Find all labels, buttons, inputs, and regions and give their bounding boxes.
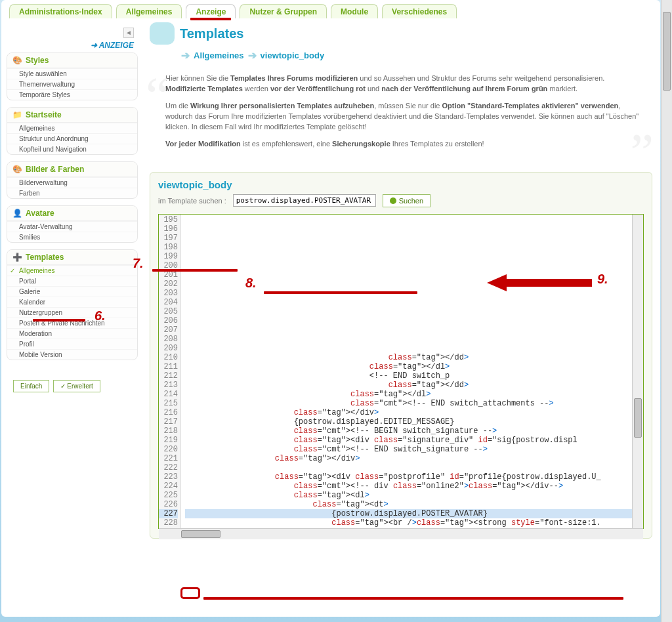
search-button[interactable]: Suchen <box>383 194 430 207</box>
tab-nutzer-gruppen[interactable]: Nutzer & Gruppen <box>240 4 327 18</box>
line-gutter: 1951961971981992002012022032042052062072… <box>159 215 181 528</box>
sidebar-item[interactable]: Smilies <box>7 232 137 242</box>
top-tabs: Administrations-IndexAllgemeinesAnzeigeN… <box>7 4 655 21</box>
editor-vscrollbar[interactable] <box>632 215 643 528</box>
sidebar-item[interactable]: Profil <box>7 339 137 349</box>
template-search-input[interactable] <box>233 194 376 207</box>
page-vscrollbar[interactable] <box>661 0 672 622</box>
intro-text: “ Hier können Sie die Templates Ihres Fo… <box>150 68 652 163</box>
sidebar-item[interactable]: Farben <box>7 188 137 198</box>
panel-head: 🎨Bilder & Farben <box>7 162 137 177</box>
tab-administrations-index[interactable]: Administrations-Index <box>9 4 112 18</box>
template-editor: viewtopic_body im Template suchen : Such… <box>150 172 652 539</box>
breadcrumb-item[interactable]: viewtopic_body <box>261 51 325 60</box>
title-bubble <box>150 22 175 45</box>
anzeige-link-label: ANZEIGE <box>99 41 134 50</box>
panel-icon: ➕ <box>12 253 22 262</box>
tab-allgemeines[interactable]: Allgemeines <box>116 4 182 18</box>
panel-icon: 👤 <box>12 209 22 218</box>
sidebar: ◄ ➜ ANZEIGE 🎨StylesStyle auswählenThemen… <box>7 21 138 539</box>
quote-close-icon: ” <box>630 136 654 168</box>
mode-advanced-button[interactable]: ✓Erweitert <box>53 380 100 392</box>
sidebar-item[interactable]: Allgemeines <box>7 265 137 276</box>
sidebar-item[interactable]: Bilderverwaltung <box>7 177 137 188</box>
sidebar-item[interactable]: Themenverwaltung <box>7 79 137 89</box>
code-body[interactable]: class="tag"></dd> class="tag"></dl> <!--… <box>181 215 632 528</box>
sidebar-item[interactable]: Avatar-Verwaltung <box>7 221 137 232</box>
mode-advanced-label: Erweitert <box>67 383 93 390</box>
panel-icon: 📁 <box>12 110 22 119</box>
main-panel: Administrations-IndexAllgemeinesAnzeigeN… <box>1 0 660 617</box>
sidebar-item[interactable]: Style auswählen <box>7 68 137 79</box>
panel-head: 📁Startseite <box>7 108 137 123</box>
nav-back[interactable]: ◄ <box>7 28 138 38</box>
search-button-label: Suchen <box>399 197 423 205</box>
panel-head: 👤Avatare <box>7 206 137 221</box>
content: Templates ➔ Allgemeines ➔ viewtopic_body… <box>146 21 655 539</box>
panel-icon: 🎨 <box>12 165 22 174</box>
mode-buttons: Einfach ✓Erweitert <box>7 380 138 392</box>
sidebar-panel-startseite: 📁StartseiteAllgemeinesStruktur und Anord… <box>7 107 138 155</box>
page-title: Templates <box>165 26 652 41</box>
sidebar-panel-bilder-farben: 🎨Bilder & FarbenBilderverwaltungFarben <box>7 161 138 199</box>
mode-simple-button[interactable]: Einfach <box>13 380 49 392</box>
breadcrumb-item[interactable]: Allgemeines <box>194 51 244 60</box>
sidebar-panel-templates: ➕TemplatesAllgemeinesPortalGalerieKalend… <box>7 249 138 360</box>
panel-icon: 🎨 <box>12 56 22 65</box>
check-icon <box>390 197 396 204</box>
sidebar-item[interactable]: Kopfteil und Navigation <box>7 144 137 154</box>
sidebar-item[interactable]: Temporäre Styles <box>7 89 137 100</box>
breadcrumb: ➔ Allgemeines ➔ viewtopic_body <box>150 45 652 68</box>
anzeige-link[interactable]: ➜ ANZEIGE <box>7 39 138 52</box>
sidebar-panel-styles: 🎨StylesStyle auswählenThemenverwaltungTe… <box>7 52 138 100</box>
tab-module[interactable]: Module <box>331 4 378 18</box>
editor-search-row: im Template suchen : Suchen <box>158 192 644 214</box>
sidebar-item[interactable]: Posten & Private Nachrichten <box>7 318 137 328</box>
editor-hscrollbar[interactable] <box>159 528 643 539</box>
sidebar-item[interactable]: Kalender <box>7 297 137 307</box>
arrow-icon: ➔ <box>248 49 257 62</box>
quote-open-icon: “ <box>146 80 169 112</box>
tab-verschiedenes[interactable]: Verschiedenes <box>382 4 457 18</box>
page-title-block: Templates <box>150 26 652 41</box>
sidebar-item[interactable]: Allgemeines <box>7 123 137 133</box>
editor-title: viewtopic_body <box>158 179 644 190</box>
panel-head: 🎨Styles <box>7 53 137 68</box>
sidebar-panel-avatare: 👤AvatareAvatar-VerwaltungSmilies <box>7 205 138 243</box>
panel-head: ➕Templates <box>7 250 137 265</box>
search-label: im Template suchen : <box>158 197 226 205</box>
sidebar-item[interactable]: Moderation <box>7 328 137 339</box>
sidebar-item[interactable]: Mobile Version <box>7 349 137 360</box>
code-editor[interactable]: 1951961971981992002012022032042052062072… <box>158 214 644 529</box>
sidebar-item[interactable]: Galerie <box>7 286 137 297</box>
sidebar-item[interactable]: Struktur und Anordnung <box>7 133 137 144</box>
tab-anzeige[interactable]: Anzeige <box>186 4 236 18</box>
arrow-icon: ➔ <box>181 49 190 62</box>
sidebar-item[interactable]: Portal <box>7 276 137 286</box>
sidebar-item[interactable]: Nutzergruppen <box>7 307 137 318</box>
